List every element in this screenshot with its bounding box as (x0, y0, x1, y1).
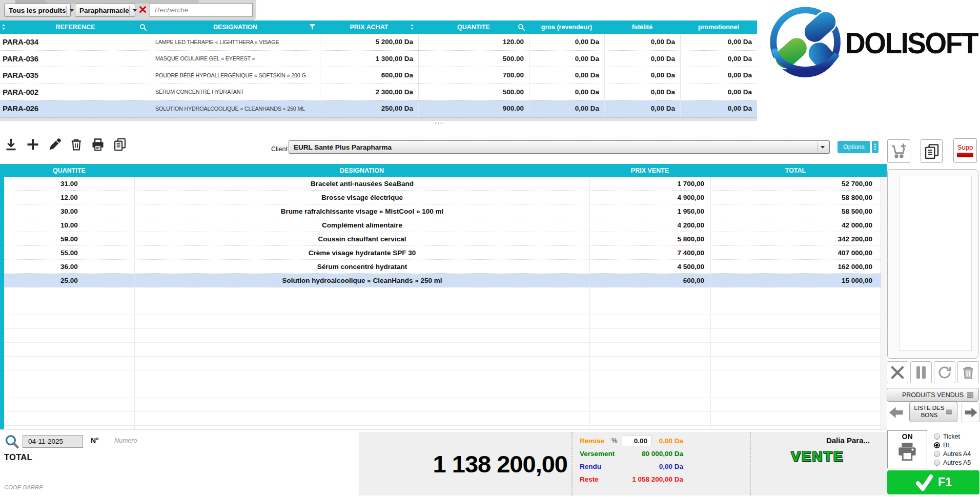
sale-mode-zone: Dalia Para... VENTE (751, 432, 887, 495)
print-format-radio[interactable]: Autres A5 (934, 458, 971, 467)
product-row[interactable]: PARA-034 LAMPE LED THÉRAPIE « LIGHTTHERA… (0, 34, 757, 51)
numero-label: N° (91, 437, 99, 445)
sale-line-row[interactable]: 36.00 Sérum concentré hydratant 4 500,00… (4, 260, 887, 274)
product-quantite: 700.00 (418, 67, 529, 84)
supp-button[interactable]: Supp (953, 138, 977, 163)
column-quantite[interactable]: QUANTITE (418, 20, 529, 34)
sale-line-row[interactable]: 31.00 Bracelet anti-nausées SeaBand 1 70… (4, 177, 887, 191)
line-designation: Brume rafraîchissante visage « MistCool … (134, 204, 589, 218)
sale-table: QUANTITE DESIGNATION PRIX VENTE TOTAL 31… (0, 164, 887, 429)
search-column-icon[interactable] (139, 24, 147, 31)
sale-line-row[interactable]: 12.00 Brosse visage électrique 4 900,00 … (4, 191, 887, 204)
column-designation[interactable]: DESIGNATION (151, 20, 320, 34)
add-button[interactable] (26, 137, 40, 152)
column-promotionnel[interactable]: promotionnel (680, 20, 757, 34)
radio-icon (934, 451, 940, 457)
category-dropdown[interactable]: Tous les produits (4, 4, 71, 17)
product-prix-fidelite: 0,00 Da (604, 34, 680, 50)
column-reference[interactable]: REFERENCE (0, 20, 151, 34)
print-format-radio[interactable]: BL (934, 441, 971, 449)
checkout-footer: 04-11-2025 N° Numero TOTAL CODE BARRE 1 … (0, 429, 887, 497)
search-input[interactable] (150, 3, 253, 17)
download-button[interactable] (4, 137, 18, 152)
print-format-radio[interactable]: Ticket (934, 432, 971, 441)
liste-des-bons-button[interactable]: LISTE DES BONS (909, 402, 957, 422)
column-designation[interactable]: DESIGNATION (134, 167, 589, 174)
product-prix-gros: 0,00 Da (529, 51, 604, 67)
product-row[interactable]: PARA-036 MASQUE OCULAIRE GEL « EYEREST »… (0, 51, 757, 68)
client-label: Client (271, 146, 288, 153)
reste-label: Reste (580, 475, 599, 483)
print-format-radio[interactable]: Autres A4 (934, 449, 971, 458)
numero-field[interactable]: Numero (114, 437, 137, 444)
product-row[interactable]: PARA-002 SÉRUM CONCENTRÉ HYDRATANT 2 300… (0, 84, 757, 101)
column-gros[interactable]: gros (revendeur) (529, 20, 604, 34)
product-prix-achat: 5 200,00 Da (320, 34, 418, 50)
products-table-body: PARA-034 LAMPE LED THÉRAPIE « LIGHTTHERA… (0, 34, 757, 117)
column-prix-vente[interactable]: PRIX VENTE (589, 167, 710, 174)
options-button[interactable]: Options (838, 141, 870, 153)
search-column-icon[interactable] (518, 24, 525, 31)
line-total: 58 500,00 (710, 204, 881, 218)
products-table: REFERENCE DESIGNATION PRIX ACHAT QUANTIT… (0, 20, 757, 121)
clear-ticket-button[interactable] (957, 361, 979, 383)
filter-bar: Tous les produits Parapharmacie (0, 0, 757, 20)
options-more-icon[interactable] (872, 141, 879, 153)
product-reference: PARA-034 (0, 34, 151, 50)
copy-document-button[interactable] (113, 137, 127, 152)
edit-pencil-button[interactable] (48, 137, 62, 152)
line-prix-vente: 4 500,00 (589, 260, 710, 273)
ticket-search-icon[interactable] (4, 434, 20, 450)
line-quantite: 10.00 (4, 218, 134, 232)
pause-button[interactable] (910, 361, 932, 383)
tickets-list[interactable] (900, 176, 972, 351)
sale-line-row[interactable]: 25.00 Solution hydroalcoolique « CleanHa… (4, 274, 887, 287)
delete-trash-button[interactable] (70, 137, 83, 152)
clear-filter-icon[interactable] (139, 6, 147, 13)
add-to-cart-button[interactable] (887, 139, 910, 163)
product-designation: SOLUTION HYDROALCOOLIQUE « CLEANHANDS » … (151, 100, 320, 117)
barcode-field[interactable]: CODE BARRE (4, 484, 43, 490)
splitter-handle[interactable] (433, 121, 443, 125)
sale-line-row[interactable]: 30.00 Brume rafraîchissante visage « Mis… (4, 204, 887, 218)
column-fidelite[interactable]: fidélité (604, 20, 680, 34)
table-scrollbar-horizontal[interactable] (0, 117, 757, 121)
tickets-list-panel[interactable] (887, 169, 978, 359)
table-scrollbar-vertical[interactable] (881, 177, 887, 429)
previous-arrow-button[interactable] (888, 406, 905, 419)
remise-input[interactable] (622, 435, 651, 446)
product-prix-achat: 2 300,00 Da (320, 84, 418, 100)
documents-button[interactable] (921, 139, 943, 163)
sale-line-row[interactable]: 59.00 Coussin chauffant cervical 5 800,0… (4, 232, 887, 246)
product-quantite: 500.00 (418, 84, 529, 100)
print-button[interactable] (91, 137, 105, 152)
product-prix-gros: 0,00 Da (529, 67, 604, 84)
sort-icon[interactable] (2, 24, 6, 30)
payment-panel: 1 138 200,00 Remise % 0,00 Da Versement … (359, 432, 887, 495)
printer-status-box[interactable]: ON (887, 430, 927, 468)
product-row[interactable]: PARA-035 POUDRE BÉBÉ HYPOALLERGÉNIQUE « … (0, 67, 757, 84)
date-field[interactable]: 04-11-2025 (23, 435, 83, 448)
product-prix-promo: 0,00 Da (680, 34, 757, 50)
line-prix-vente: 4 900,00 (589, 191, 710, 204)
product-prix-fidelite: 0,00 Da (604, 100, 680, 117)
line-designation: Sérum concentré hydratant (134, 260, 589, 273)
column-quantite[interactable]: QUANTITE (4, 167, 134, 174)
next-arrow-button[interactable] (962, 403, 980, 422)
sale-line-row[interactable]: 10.00 Complément alimentaire 4 200,00 42… (4, 218, 887, 232)
validate-f1-button[interactable]: F1 (887, 470, 979, 494)
subcategory-dropdown[interactable]: Parapharmacie (75, 4, 135, 17)
produits-vendus-button[interactable]: PRODUITS VENDUS (887, 388, 979, 402)
sale-line-row[interactable]: 55.00 Crème visage hydratante SPF 30 7 4… (4, 246, 887, 260)
sort-icon[interactable] (410, 24, 414, 30)
filter-funnel-icon[interactable] (309, 24, 316, 30)
client-dropdown[interactable]: EURL Santé Plus Parapharma (289, 140, 830, 154)
refresh-button[interactable] (934, 361, 955, 383)
sale-table-header: QUANTITE DESIGNATION PRIX VENTE TOTAL (0, 164, 887, 177)
column-prix-achat[interactable]: PRIX ACHAT (320, 20, 418, 34)
column-total[interactable]: TOTAL (710, 167, 881, 174)
radio-label: Ticket (943, 433, 960, 440)
product-row[interactable]: PARA-026 SOLUTION HYDROALCOOLIQUE « CLEA… (0, 100, 757, 117)
line-total: 162 000,00 (710, 260, 881, 273)
cancel-button[interactable] (887, 361, 908, 383)
